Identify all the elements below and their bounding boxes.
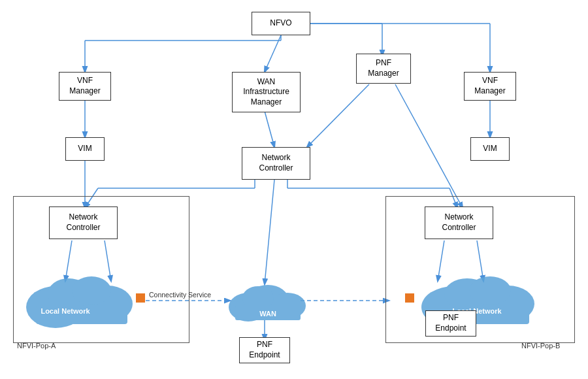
svg-point-40 [469,276,511,305]
network-controller-left-box: NetworkController [49,206,118,239]
diagram: { "title": "NFV Architecture Diagram", "… [0,0,588,379]
connectivity-service-label: Connectivity Service [149,291,211,299]
pnf-manager-box: PNFManager [356,54,411,84]
pnf-endpoint-center-box: PNFEndpoint [239,337,290,363]
svg-text:WAN: WAN [259,310,276,318]
nfvo-box: NFVO [252,12,310,35]
svg-line-11 [307,84,369,147]
pnf-endpoint-right-box: PNFEndpoint [425,310,476,337]
network-controller-right-box: NetworkController [425,206,493,239]
vnf-manager-left-box: VNFManager [59,72,111,101]
orange-square-left [136,293,145,303]
nfvi-pop-a-label: NFVI-Pop-A [17,342,56,350]
wan-cloud: WAN [225,274,310,327]
wan-infra-box: WANInfrastructureManager [232,72,301,112]
vim-right-box: VIM [470,137,510,161]
svg-line-9 [265,111,274,147]
orange-square-right [405,293,414,303]
svg-point-33 [72,276,111,305]
svg-line-23 [265,180,274,284]
nfvi-pop-b-label: NFVI-Pop-B [521,342,560,350]
network-controller-center-box: NetworkController [242,147,310,180]
vnf-manager-right-box: VNFManager [464,72,516,101]
svg-line-12 [395,84,463,208]
svg-line-3 [265,35,281,72]
vim-left-box: VIM [65,137,105,161]
svg-text:Local Network: Local Network [41,307,90,315]
local-network-left-cloud: Local Network [20,261,140,330]
